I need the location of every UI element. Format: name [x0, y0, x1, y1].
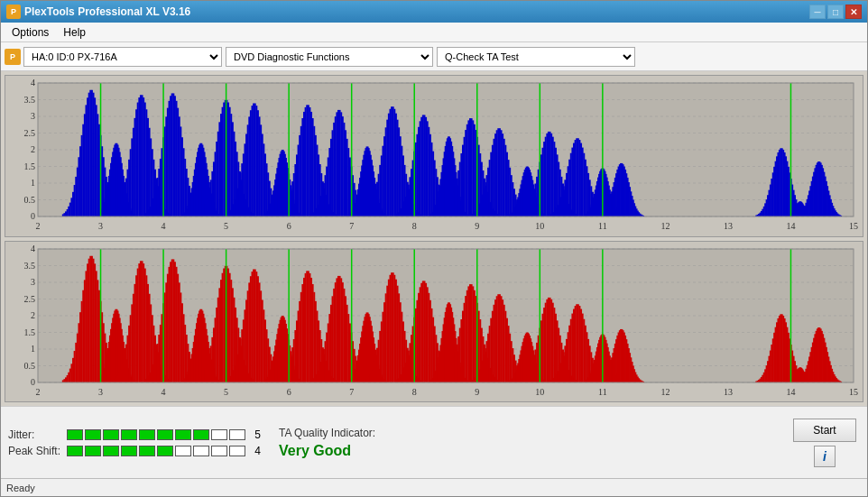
progress-segment	[175, 446, 191, 456]
top-chart-container	[5, 75, 863, 237]
start-btn-container: Start i	[793, 419, 856, 467]
metrics-center: TA Quality Indicator: Very Good	[261, 427, 793, 459]
menu-options[interactable]: Options	[5, 24, 56, 41]
progress-segment	[103, 446, 119, 456]
drive-icon: P	[5, 49, 21, 65]
start-button[interactable]: Start	[793, 419, 856, 442]
ta-quality-value: Very Good	[279, 443, 351, 459]
jitter-label: Jitter:	[8, 428, 61, 441]
progress-segment	[229, 429, 245, 440]
jitter-row: Jitter: 5	[8, 428, 261, 441]
app-icon: P	[6, 5, 21, 19]
maximize-button[interactable]: □	[827, 5, 844, 19]
test-select[interactable]: Q-Check TA Test	[437, 47, 635, 67]
ta-quality-label: TA Quality Indicator:	[279, 427, 375, 439]
status-bar: Ready	[1, 478, 867, 496]
bottom-panel: Jitter: 5 Peak Shift: 4 TA Quality Indic…	[1, 406, 867, 478]
progress-segment	[211, 446, 227, 456]
peak-shift-row: Peak Shift: 4	[8, 445, 261, 457]
menu-help[interactable]: Help	[56, 24, 93, 41]
progress-segment	[193, 446, 209, 456]
metrics-left: Jitter: 5 Peak Shift: 4	[8, 428, 261, 457]
main-content	[1, 71, 867, 406]
bottom-chart	[5, 242, 863, 402]
progress-segment	[157, 446, 173, 456]
jitter-value: 5	[254, 428, 261, 441]
progress-segment	[139, 446, 155, 456]
title-bar: P PlexTools Professional XL V3.16 ─ □ ✕	[1, 1, 867, 23]
progress-segment	[121, 446, 137, 456]
status-text: Ready	[6, 483, 35, 493]
bottom-chart-container	[5, 241, 863, 403]
drive-selector-group: P HA:0 ID:0 PX-716A	[5, 47, 222, 67]
drive-select[interactable]: HA:0 ID:0 PX-716A	[23, 47, 222, 67]
app-window: P PlexTools Professional XL V3.16 ─ □ ✕ …	[0, 0, 868, 497]
minimize-button[interactable]: ─	[809, 5, 826, 19]
menu-bar: Options Help	[1, 23, 867, 42]
progress-segment	[229, 446, 245, 456]
jitter-bar	[67, 429, 245, 440]
progress-segment	[67, 429, 83, 440]
peak-shift-value: 4	[254, 445, 261, 457]
progress-segment	[139, 429, 155, 440]
progress-segment	[175, 429, 191, 440]
progress-segment	[121, 429, 137, 440]
progress-segment	[85, 446, 101, 456]
progress-segment	[85, 429, 101, 440]
progress-segment	[67, 446, 83, 456]
progress-segment	[211, 429, 227, 440]
info-button[interactable]: i	[814, 446, 836, 467]
peak-shift-label: Peak Shift:	[8, 445, 61, 457]
function-select[interactable]: DVD Diagnostic Functions	[226, 47, 433, 67]
peak-shift-bar	[67, 446, 245, 456]
progress-segment	[193, 429, 209, 440]
window-controls: ─ □ ✕	[809, 5, 862, 19]
progress-segment	[103, 429, 119, 440]
close-button[interactable]: ✕	[845, 5, 862, 19]
progress-segment	[157, 429, 173, 440]
toolbar: P HA:0 ID:0 PX-716A DVD Diagnostic Funct…	[1, 42, 867, 71]
top-chart	[5, 76, 863, 236]
window-title: PlexTools Professional XL V3.16	[24, 5, 809, 18]
